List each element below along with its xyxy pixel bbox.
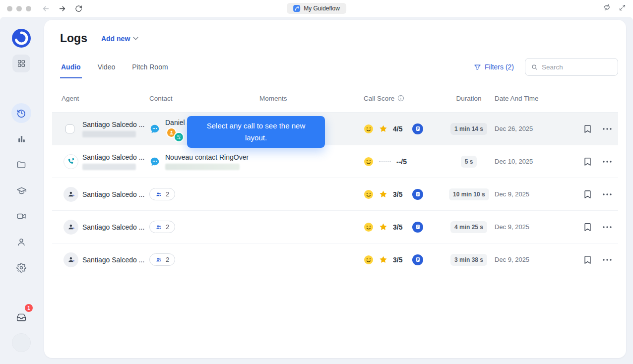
bookmark-icon[interactable] (580, 253, 594, 267)
window-controls[interactable] (7, 6, 31, 11)
sidebar-item-contacts[interactable] (11, 232, 31, 252)
sentiment-smiley-icon (364, 255, 374, 265)
redacted-text (82, 164, 136, 170)
people-icon (155, 191, 162, 197)
chevron-down-icon (133, 37, 138, 40)
close-window-icon[interactable] (7, 6, 12, 11)
summary-icon[interactable] (412, 189, 423, 200)
summary-icon[interactable] (412, 254, 423, 265)
guide-tooltip-text: Select any call to see the new layout. (198, 120, 314, 144)
conference-avatar-icon (63, 252, 78, 267)
filters-label: Filters (2) (485, 63, 514, 71)
duration-badge: 5 s (461, 156, 477, 168)
log-row[interactable]: Santiago Salcedo ... Daniel J... (52, 113, 618, 145)
ringover-logo[interactable] (12, 29, 31, 48)
contact-count: 2 (166, 223, 169, 231)
log-row[interactable]: Santiago Salcedo ... 2 3/5 (52, 178, 618, 211)
call-score-value: --/5 (396, 158, 407, 166)
integration-icon (174, 132, 184, 142)
table-header: Agent Contact Moments Call Score Duratio… (52, 91, 618, 113)
row-menu-icon[interactable] (600, 220, 614, 234)
back-icon[interactable] (41, 4, 50, 13)
sidebar-item-library[interactable] (11, 155, 31, 175)
summary-icon[interactable] (412, 123, 423, 134)
sentiment-smiley-icon (364, 124, 374, 134)
date-time: Dec 9, 2025 (489, 256, 578, 263)
contact-count: 2 (166, 190, 169, 198)
conference-avatar-icon (63, 187, 78, 202)
contact-name: Nouveau contact RingOver (165, 153, 249, 161)
contact-count-pill[interactable]: 2 (149, 188, 175, 200)
search-box (525, 58, 618, 76)
tab-audio[interactable]: Audio (60, 59, 82, 78)
bookmark-icon[interactable] (580, 122, 594, 136)
column-contact: Contact (149, 95, 259, 102)
search-icon (531, 63, 538, 71)
sidebar-item-meetings[interactable] (11, 206, 31, 226)
app-page: 1 Logs Add new Audio Video Pitch Room (0, 17, 633, 364)
browser-tab[interactable]: My Guideflow (287, 3, 346, 14)
duration-badge: 10 min 10 s (449, 188, 489, 200)
conference-avatar-icon (63, 220, 78, 235)
bookmark-icon[interactable] (580, 220, 594, 234)
logs-card: Logs Add new Audio Video Pitch Room Filt… (44, 20, 626, 358)
column-agent: Agent (62, 95, 149, 102)
call-score-value: 3/5 (393, 223, 402, 231)
chat-bubble-icon (149, 123, 160, 134)
zoom-window-icon[interactable] (26, 6, 31, 11)
log-row[interactable]: Santiago Salcedo ... Nouveau contact Rin… (52, 145, 618, 178)
info-icon[interactable] (397, 95, 404, 102)
reload-icon[interactable] (74, 4, 83, 13)
page-title: Logs (60, 32, 87, 45)
star-icon (379, 190, 387, 198)
add-new-button[interactable]: Add new (101, 35, 138, 43)
row-checkbox[interactable] (65, 124, 74, 133)
column-moments: Moments (259, 95, 364, 102)
summary-icon[interactable] (412, 222, 423, 233)
sentiment-smiley-icon (364, 222, 374, 232)
column-date: Date And Time (489, 95, 578, 102)
sidebar-item-coaching[interactable] (11, 181, 31, 200)
log-row[interactable]: Santiago Salcedo ... 2 3/5 (52, 243, 618, 276)
sidebar-item-analytics[interactable] (11, 129, 31, 149)
tab-pitch-room[interactable]: Pitch Room (131, 59, 169, 78)
browser-tab-title: My Guideflow (304, 5, 340, 12)
share-icon[interactable] (603, 3, 611, 13)
date-time: Dec 10, 2025 (489, 158, 578, 165)
agent-name: Santiago Salcedo ... (82, 190, 149, 198)
inbox-badge: 1 (25, 304, 33, 312)
redacted-text (82, 131, 136, 137)
row-menu-icon[interactable] (600, 253, 614, 267)
user-avatar[interactable] (12, 333, 31, 352)
star-icon (379, 255, 387, 264)
add-new-label: Add new (101, 35, 130, 43)
expand-icon[interactable] (619, 4, 626, 13)
people-icon (155, 257, 162, 263)
bookmark-icon[interactable] (580, 155, 594, 169)
sidebar-item-call-history[interactable] (11, 103, 31, 123)
bookmark-icon[interactable] (580, 187, 594, 201)
apps-grid-icon[interactable] (12, 55, 30, 72)
browser-titlebar: My Guideflow (0, 0, 633, 17)
filters-button[interactable]: Filters (2) (474, 63, 514, 71)
inbox-icon[interactable]: 1 (11, 307, 31, 327)
row-menu-icon[interactable] (600, 187, 614, 201)
date-time: Dec 9, 2025 (489, 223, 578, 231)
search-input[interactable] (542, 63, 612, 71)
contact-count-pill[interactable]: 2 (149, 253, 175, 266)
guideflow-logo-icon (293, 5, 300, 12)
sentiment-smiley-icon (364, 157, 374, 167)
row-menu-icon[interactable] (600, 155, 614, 169)
star-icon (379, 223, 387, 231)
sidebar-item-settings[interactable] (11, 258, 31, 278)
minimize-window-icon[interactable] (16, 6, 22, 11)
guide-tooltip: Select any call to see the new layout. (187, 116, 325, 148)
forward-icon[interactable] (58, 4, 66, 13)
redacted-text (165, 164, 240, 170)
logs-table: Agent Contact Moments Call Score Duratio… (52, 91, 618, 276)
duration-badge: 3 min 38 s (450, 254, 487, 266)
row-menu-icon[interactable] (600, 122, 614, 136)
log-row[interactable]: Santiago Salcedo ... 2 3/5 (52, 211, 618, 243)
contact-count-pill[interactable]: 2 (149, 221, 175, 233)
tab-video[interactable]: Video (97, 59, 117, 78)
